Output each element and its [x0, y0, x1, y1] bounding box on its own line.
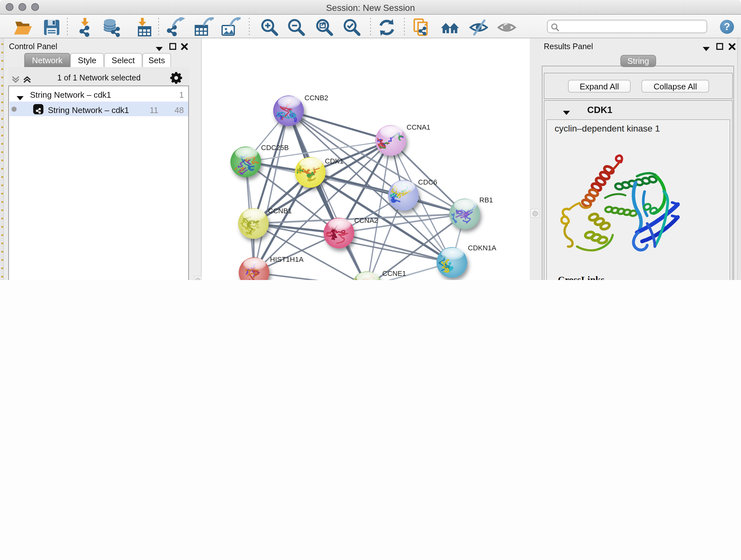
svg-text:CDKN1A: CDKN1A — [468, 244, 496, 252]
svg-text:CCNB2: CCNB2 — [305, 94, 328, 102]
svg-text:RB1: RB1 — [479, 196, 493, 204]
svg-text:CDK1: CDK1 — [325, 157, 344, 165]
svg-text:CCNA2: CCNA2 — [354, 216, 378, 225]
svg-text:CCNB1: CCNB1 — [268, 207, 292, 215]
svg-text:HIST1H1A: HIST1H1A — [270, 255, 304, 263]
svg-text:CCNE1: CCNE1 — [382, 269, 406, 277]
svg-text:CCNA1: CCNA1 — [407, 123, 430, 131]
svg-text:CDC6: CDC6 — [418, 178, 437, 186]
svg-text:CDC25B: CDC25B — [261, 144, 289, 152]
